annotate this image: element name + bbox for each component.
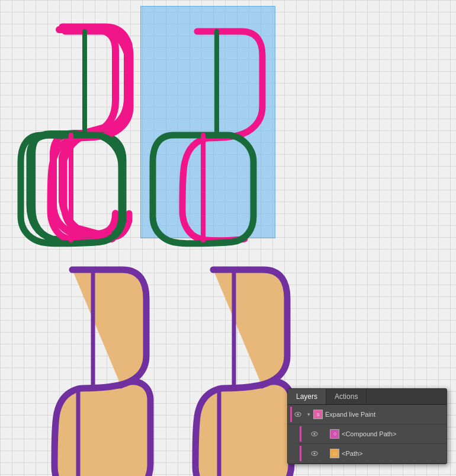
layer-label: Expand live Paint (325, 411, 444, 418)
color-stripe (290, 407, 292, 422)
layer-label: <Compound Path> (342, 430, 444, 437)
color-stripe (300, 426, 301, 442)
color-stripe (300, 446, 301, 461)
bottom-left-artwork (54, 270, 150, 476)
svg-point-3 (313, 433, 316, 435)
layer-row-expand-live-paint[interactable]: ▾ S Expand live Paint (288, 405, 447, 424)
tab-actions[interactable]: Actions (326, 389, 367, 404)
layer-swatch: S (313, 410, 323, 419)
top-right-artwork (153, 31, 262, 244)
svg-point-1 (297, 413, 299, 416)
svg-point-5 (313, 452, 316, 455)
visibility-icon[interactable] (293, 410, 303, 419)
layer-label: <Path> (342, 450, 444, 457)
layer-row-path[interactable]: □ <Path> (297, 444, 447, 464)
visibility-icon[interactable] (310, 449, 319, 458)
bottom-right-artwork (195, 270, 291, 476)
tab-layers[interactable]: Layers (288, 389, 326, 404)
visibility-icon[interactable] (310, 429, 319, 439)
layers-tabs: Layers Actions (288, 389, 447, 405)
layer-swatch: ◇ (330, 429, 339, 439)
layer-swatch: □ (330, 449, 339, 458)
chevron-icon[interactable]: ▾ (305, 411, 312, 418)
layers-panel: Layers Actions ▾ S Expand live Paint ◇ <… (287, 388, 447, 464)
layer-row-compound-path[interactable]: ◇ <Compound Path> (297, 424, 447, 444)
